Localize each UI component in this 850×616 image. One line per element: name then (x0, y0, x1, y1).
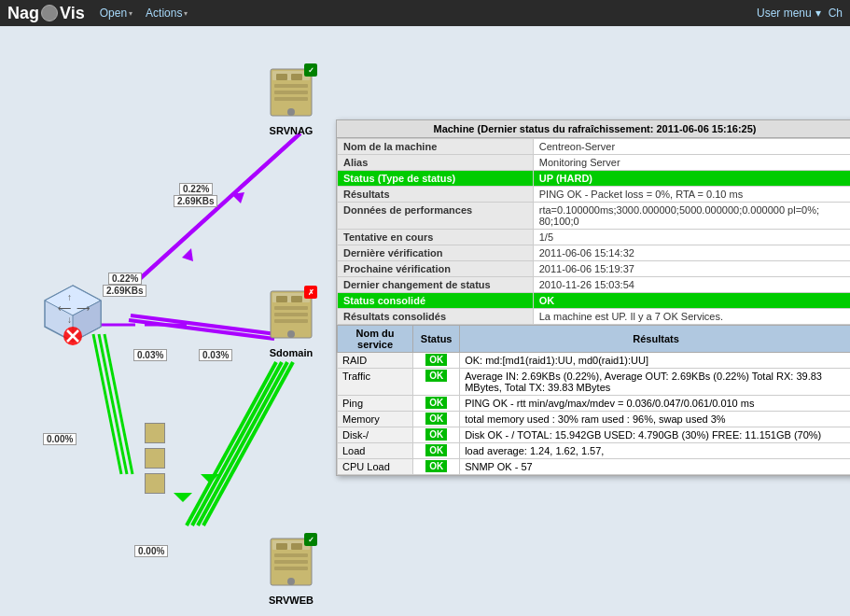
popup-field-value: 1/5 (533, 230, 850, 245)
service-status-badge: OK (425, 444, 447, 456)
service-status: OK (413, 412, 460, 427)
info-popup: Machine (Dernier status du rafraîchissem… (336, 119, 850, 476)
svg-rect-24 (291, 74, 302, 80)
svg-marker-14 (182, 248, 193, 261)
svg-point-22 (287, 108, 295, 116)
traffic-label-t2: 2.69KBs (174, 195, 217, 207)
traffic-label-t5: 0.03% (133, 349, 167, 361)
srvnag-label: SRVNAG (270, 125, 314, 136)
srvweb-status-badge: ✓ (304, 533, 317, 546)
svg-point-48 (287, 578, 295, 585)
actions-menu[interactable]: Actions ▾ (146, 7, 188, 20)
srvnag-status-badge: ✓ (304, 63, 317, 77)
svg-rect-45 (274, 553, 308, 557)
popup-field-value: PING OK - Packet loss = 0%, RTA = 0.10 m… (533, 187, 850, 203)
svg-rect-46 (274, 560, 308, 564)
service-name: Disk-/ (338, 427, 413, 443)
svc-header-result: Résultats (460, 326, 850, 353)
user-menu-label: User menu (757, 7, 812, 20)
popup-field-value: 2011-06-06 15:14:32 (533, 245, 850, 261)
popup-field-label: Prochaine vérification (338, 261, 534, 277)
service-row: RAIDOKOK: md:[md1(raid1):UU, md0(raid1):… (338, 353, 851, 369)
service-name: Load (338, 443, 413, 459)
svg-text:↑: ↑ (67, 292, 72, 302)
service-result: OK: md:[md1(raid1):UU, md0(raid1):UU] (460, 353, 850, 369)
svg-line-6 (187, 362, 276, 525)
popup-field-row: AliasMonitoring Server (338, 155, 851, 171)
server-srvweb[interactable]: ✓ SRVWEB (263, 535, 319, 606)
popup-field-row: Dernière vérification2011-06-06 15:14:32 (338, 245, 851, 261)
svg-rect-38 (274, 313, 308, 316)
srvweb-label: SRVWEB (269, 595, 314, 606)
svg-line-9 (203, 362, 293, 525)
svg-rect-19 (274, 84, 308, 88)
popup-field-label: Tentative en cours (338, 230, 534, 245)
traffic-label-t6: 0.03% (199, 349, 232, 361)
open-menu[interactable]: Open ▾ (100, 7, 132, 20)
svg-line-1 (127, 136, 297, 290)
svg-rect-39 (274, 319, 308, 323)
service-result: Disk OK - / TOTAL: 15.942GB USED: 4.790G… (460, 427, 850, 443)
svg-line-8 (198, 362, 287, 525)
popup-title: Machine (Dernier status du rafraîchissem… (337, 120, 850, 138)
popup-field-row: Résultats consolidésLa machine est UP. I… (338, 309, 851, 325)
mini-node-2 (145, 448, 165, 469)
service-result: Average IN: 2.69KBs (0.22%), Average OUT… (460, 369, 850, 396)
service-row: PingOKPING OK - rtt min/avg/max/mdev = 0… (338, 396, 851, 412)
popup-info-table: Nom de la machineCentreon-ServerAliasMon… (337, 138, 850, 325)
service-name: Memory (338, 412, 413, 427)
svg-line-3 (129, 320, 274, 339)
service-row: MemoryOKtotal memory used : 30% ram used… (338, 412, 851, 427)
service-status: OK (413, 369, 460, 396)
sdomain-status-badge: ✗ (304, 286, 317, 299)
service-row: Disk-/OKDisk OK - / TOTAL: 15.942GB USED… (338, 427, 851, 443)
popup-field-value: 2010-11-26 15:03:54 (533, 277, 850, 293)
user-menu[interactable]: User menu ▾ (757, 7, 821, 20)
svg-rect-49 (276, 543, 287, 550)
user-menu-arrow: ▾ (815, 7, 821, 20)
svg-rect-47 (274, 567, 308, 570)
service-row: CPU LoadOKSNMP OK - 57 (338, 459, 851, 475)
popup-field-row: Nom de la machineCentreon-Server (338, 139, 851, 155)
traffic-label-t3: 0.22% (108, 273, 142, 285)
top-navbar: Nag Vis Open ▾ Actions ▾ User menu ▾ Ch (0, 0, 850, 26)
actions-label: Actions (146, 7, 182, 20)
service-table: Nom du service Status Résultats RAIDOKOK… (337, 325, 850, 475)
svg-rect-42 (291, 296, 302, 302)
popup-field-label: Alias (338, 155, 534, 171)
svg-rect-21 (274, 97, 308, 101)
popup-field-value: OK (533, 293, 850, 309)
service-status-badge: OK (425, 413, 447, 425)
popup-field-label: Résultats (338, 187, 534, 203)
server-sdomain[interactable]: ✗ Sdomain (263, 287, 319, 358)
actions-arrow: ▾ (184, 9, 188, 18)
svc-header-name: Nom du service (338, 326, 413, 353)
svg-rect-50 (291, 543, 302, 550)
popup-field-row: Status consolidéOK (338, 293, 851, 309)
popup-field-label: Nom de la machine (338, 139, 534, 155)
svg-rect-37 (274, 306, 308, 310)
service-name: Traffic (338, 369, 413, 396)
svg-marker-13 (231, 192, 244, 203)
svg-rect-23 (276, 74, 287, 80)
service-status-badge: OK (425, 428, 447, 441)
logo-icon (41, 5, 58, 21)
service-status: OK (413, 443, 460, 459)
svg-rect-41 (276, 296, 287, 302)
service-name: CPU Load (338, 459, 413, 475)
map-canvas: ✓ SRVNAG ⟵ ⟶ ↑ ↓ (0, 26, 850, 616)
popup-field-value: UP (HARD) (533, 171, 850, 187)
extra-nav: Ch (829, 7, 843, 20)
service-status: OK (413, 396, 460, 412)
service-status-badge: OK (425, 354, 447, 366)
router-node[interactable]: ⟵ ⟶ ↑ ↓ (39, 280, 106, 347)
popup-field-value: Centreon-Server (533, 139, 850, 155)
popup-field-value: Monitoring Server (533, 155, 850, 171)
server-srvnag[interactable]: ✓ SRVNAG (263, 65, 319, 136)
open-label: Open (100, 7, 127, 20)
svg-line-2 (131, 315, 276, 334)
service-status-badge: OK (425, 460, 447, 472)
mini-node-1 (145, 423, 165, 443)
svg-line-11 (99, 334, 127, 474)
svg-text:⟵: ⟵ (58, 303, 71, 314)
